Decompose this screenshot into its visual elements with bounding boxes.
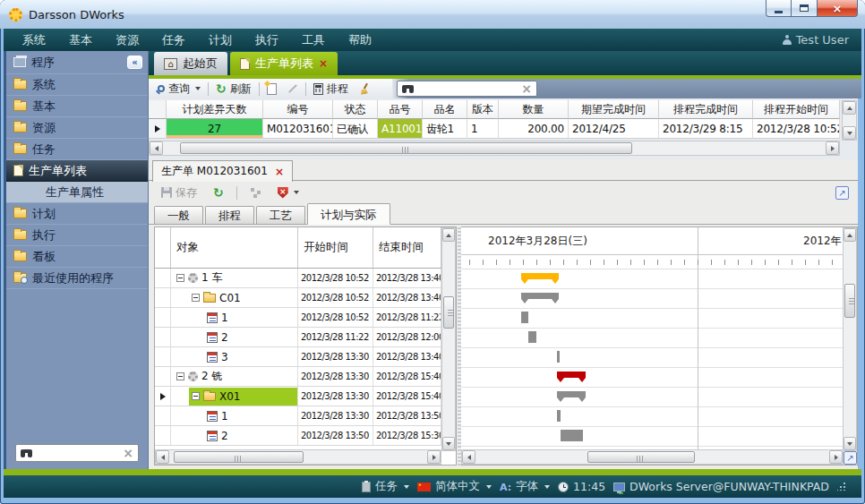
- gantt-task-bar-9[interactable]: [561, 430, 583, 441]
- detail-tab-4[interactable]: 计划与实际: [307, 203, 390, 225]
- expand-toggle-icon[interactable]: [176, 372, 184, 380]
- expand-toggle-icon[interactable]: [192, 294, 200, 302]
- tree-node[interactable]: 1 车: [174, 269, 297, 287]
- gantt-summary-bar-1[interactable]: [521, 273, 559, 279]
- table-row[interactable]: 27M012031601已确认A11001齿轮11200.002012/4/25…: [149, 119, 840, 139]
- schedule-button[interactable]: 排程: [308, 80, 354, 98]
- menu-item-6[interactable]: 执行: [244, 29, 290, 51]
- sidebar-item-10[interactable]: 最近使用的程序: [6, 268, 148, 289]
- grid-hscrollbar[interactable]: [149, 141, 840, 156]
- sidebar-item-5[interactable]: 生产单列表: [6, 160, 148, 182]
- menu-item-2[interactable]: 基本: [57, 29, 104, 51]
- document-tab[interactable]: 生产单 M012031601 ×: [152, 160, 293, 182]
- validate-button[interactable]: ×: [272, 184, 304, 201]
- tree-row-9[interactable]: 22012/3/28 13:502012/3/28 15:30: [155, 426, 443, 446]
- refresh-button[interactable]: ↻ 刷新: [210, 80, 257, 98]
- grid-column-header-8[interactable]: 期望完成时间: [569, 100, 659, 119]
- sidebar-search-input[interactable]: [37, 446, 118, 460]
- new-button[interactable]: [261, 80, 282, 98]
- sidebar-item-6[interactable]: 生产单属性: [6, 182, 148, 203]
- tree-column-header-2[interactable]: 开始时间: [298, 227, 373, 268]
- tree-row-8[interactable]: 12012/3/28 13:302012/3/28 13:50: [155, 406, 443, 426]
- status-task[interactable]: 任务: [362, 479, 409, 494]
- gantt-summary-bar-7[interactable]: [557, 391, 587, 397]
- gantt-summary-bar-6[interactable]: [557, 372, 587, 378]
- gantt-hscrollbar[interactable]: [461, 449, 844, 465]
- tree-node[interactable]: X01: [189, 388, 297, 406]
- tree-node[interactable]: 2 铣: [174, 368, 297, 386]
- sidebar-item-2[interactable]: 基本: [6, 96, 148, 117]
- grid-column-header-3[interactable]: 状态: [333, 100, 378, 119]
- toolbar-search-input[interactable]: [418, 81, 517, 96]
- expand-toggle-icon[interactable]: [192, 392, 200, 400]
- gantt-task-bar-4[interactable]: [528, 331, 536, 343]
- grid-column-header-4[interactable]: 品号: [378, 100, 423, 119]
- status-font[interactable]: A: 字体: [500, 479, 550, 494]
- sidebar-item-4[interactable]: 任务: [6, 139, 148, 160]
- grid-column-header-2[interactable]: 编号: [263, 100, 333, 119]
- tree-node[interactable]: 2: [204, 427, 297, 445]
- tree-node[interactable]: 2: [204, 329, 297, 346]
- grid-column-header-1[interactable]: 计划差异天数: [167, 100, 263, 119]
- tree-row-4[interactable]: 22012/3/28 11:222012/3/28 12:00: [155, 328, 443, 347]
- sidebar-item-8[interactable]: 执行: [6, 225, 148, 246]
- grid-column-header-9[interactable]: 排程完成时间: [659, 100, 753, 119]
- toolbar-search-clear-icon[interactable]: ×: [521, 82, 532, 95]
- menu-item-8[interactable]: 帮助: [337, 29, 383, 51]
- query-button[interactable]: 查询: [152, 80, 206, 98]
- close-window-button[interactable]: ×: [818, 0, 858, 17]
- sidebar-search-clear-icon[interactable]: ×: [123, 447, 133, 459]
- grid-column-header-7[interactable]: 数量: [499, 100, 569, 119]
- tree-row-2[interactable]: C012012/3/28 10:522012/3/28 13:40: [155, 288, 443, 308]
- menu-item-7[interactable]: 工具: [290, 29, 337, 51]
- gantt-task-bar-3[interactable]: [521, 312, 528, 323]
- grid-column-header-10[interactable]: 排程开始时间: [753, 100, 840, 119]
- expand-toggle-icon[interactable]: [176, 274, 184, 282]
- menu-item-5[interactable]: 计划: [197, 29, 244, 51]
- grid-column-header-5[interactable]: 品名: [423, 100, 467, 119]
- tree-vscrollbar[interactable]: [441, 227, 456, 451]
- sidebar-item-9[interactable]: 看板: [6, 246, 148, 268]
- clean-button[interactable]: [354, 80, 376, 98]
- gantt-vscrollbar[interactable]: [843, 227, 857, 451]
- sidebar-item-7[interactable]: 计划: [6, 203, 148, 225]
- menu-item-1[interactable]: 系统: [11, 29, 57, 51]
- resize-grip[interactable]: [837, 483, 845, 491]
- tree-node[interactable]: 3: [204, 348, 297, 366]
- sidebar-collapse-button[interactable]: «: [127, 56, 142, 69]
- gantt-task-bar-8[interactable]: [557, 410, 561, 422]
- popout-icon[interactable]: ↗: [835, 186, 849, 200]
- grid-column-header-6[interactable]: 版本: [467, 100, 499, 119]
- tree-column-header-1[interactable]: 对象: [171, 227, 298, 268]
- gantt-task-bar-5[interactable]: [557, 351, 560, 363]
- tab-1[interactable]: ⌂起始页: [154, 52, 227, 75]
- grid-vscrollbar[interactable]: [842, 100, 857, 141]
- sidebar-item-1[interactable]: 系统: [6, 74, 148, 96]
- tree-row-3[interactable]: 12012/3/28 10:522012/3/28 11:22: [155, 308, 443, 328]
- tree-node[interactable]: C01: [189, 289, 297, 307]
- document-close-icon[interactable]: ×: [275, 167, 284, 177]
- detail-tab-1[interactable]: 一般: [154, 206, 203, 224]
- tree-column-header-3[interactable]: 结束时间: [373, 227, 441, 268]
- tree-node[interactable]: 1: [204, 309, 297, 327]
- menu-item-4[interactable]: 任务: [150, 29, 197, 51]
- detail-tab-3[interactable]: 工艺: [256, 206, 305, 224]
- status-language[interactable]: 简体中文: [417, 479, 492, 494]
- gantt-popout-icon[interactable]: ↗: [844, 451, 857, 465]
- tree-row-6[interactable]: 2 铣2012/3/28 13:302012/3/28 15:40: [155, 367, 443, 387]
- detail-toolbar: 保存 ↻ × ↗: [149, 182, 858, 203]
- tab-close-icon[interactable]: ×: [319, 58, 328, 69]
- tree-row-1[interactable]: 1 车2012/3/28 10:522012/3/28 13:40: [155, 269, 443, 288]
- tab-2[interactable]: 生产单列表×: [230, 52, 338, 75]
- tree-hscrollbar[interactable]: [155, 449, 441, 465]
- tree-row-7[interactable]: X012012/3/28 13:302012/3/28 15:40: [155, 387, 443, 406]
- menu-item-3[interactable]: 资源: [104, 29, 150, 51]
- tree-row-5[interactable]: 32012/3/28 13:302012/3/28 13:40: [155, 347, 443, 367]
- restore-button[interactable]: [792, 0, 818, 17]
- sidebar-item-3[interactable]: 资源: [6, 117, 148, 139]
- tree-node[interactable]: 1: [204, 407, 297, 425]
- gantt-summary-bar-2[interactable]: [521, 293, 559, 299]
- detail-tab-2[interactable]: 排程: [205, 206, 254, 224]
- detail-refresh-button[interactable]: ↻: [208, 184, 229, 201]
- minimize-button[interactable]: [766, 0, 792, 17]
